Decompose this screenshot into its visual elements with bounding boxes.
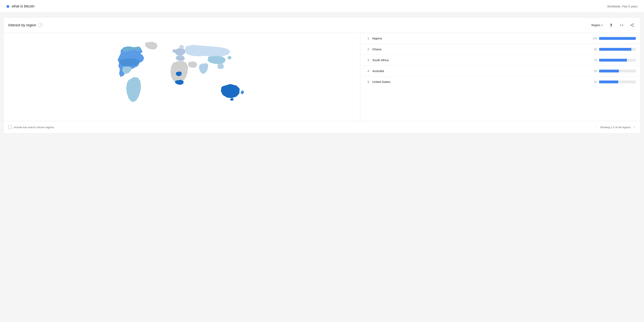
download-button[interactable] (608, 22, 615, 29)
interest-by-region-card: Interest by region ? Region ▾ (3, 17, 641, 134)
rank-3: 3 (365, 58, 369, 62)
pagination-text: Showing 1-5 of 49 regions (600, 126, 630, 129)
chevron-down-icon: ▾ (602, 24, 603, 26)
list-item: 2 Ghana 88 (360, 44, 640, 55)
world-map (111, 38, 252, 116)
search-term-container: what is bitcoin (6, 4, 34, 8)
bar-value-4: 54 (592, 70, 597, 73)
bar-fill-5 (599, 80, 618, 83)
low-volume-checkbox[interactable] (8, 126, 12, 129)
bar-container-1: 100 (592, 37, 636, 40)
russia (185, 45, 230, 56)
country-nigeria: Nigeria (372, 37, 588, 40)
bar-track-5 (599, 80, 636, 83)
bar-track-2 (599, 48, 636, 51)
southern-europe (176, 55, 185, 61)
region-dropdown[interactable]: Region ▾ (590, 22, 604, 28)
pagination: ‹ Showing 1-5 of 49 regions › (595, 124, 636, 130)
south-america (126, 77, 141, 102)
search-term: what is bitcoin (12, 4, 34, 8)
header-actions: Region ▾ (590, 22, 636, 29)
bar-track-4 (599, 70, 636, 72)
rank-4: 4 (365, 70, 369, 73)
middle-east (188, 62, 197, 68)
bar-container-4: 54 (592, 70, 636, 73)
top-bar: what is bitcoin Worldwide, Past 5 years (0, 0, 644, 13)
filter-info: Worldwide, Past 5 years (607, 5, 638, 8)
list-item: 4 Australia 54 (360, 66, 640, 76)
bar-track-1 (599, 37, 636, 40)
bar-container-5: 52 (592, 80, 636, 84)
list-item: 3 South Africa 76 (360, 55, 640, 66)
bar-container-3: 76 (592, 58, 636, 62)
country-ghana: Ghana (372, 48, 588, 51)
bar-track-3 (599, 59, 636, 62)
list-item: 1 Nigeria 100 (360, 33, 640, 44)
bar-value-2: 88 (592, 48, 597, 51)
bar-fill-4 (599, 70, 619, 72)
greenland (145, 42, 158, 50)
section-title-group: Interest by region ? (8, 23, 43, 27)
western-europe (175, 48, 186, 56)
list-item: 5 United States 52 (360, 76, 640, 87)
southeast-asia (217, 64, 224, 69)
region-label: Region (592, 24, 600, 27)
country-south-africa: South Africa (372, 58, 588, 62)
help-icon[interactable]: ? (38, 23, 43, 27)
bar-fill-1 (599, 37, 636, 40)
section-header: Interest by region ? Region ▾ (4, 18, 640, 33)
australia (221, 84, 240, 98)
blue-dot-indicator (6, 5, 9, 8)
bar-value-1: 100 (592, 37, 597, 40)
japan (228, 56, 232, 59)
prev-page-button[interactable]: ‹ (595, 124, 598, 130)
rankings-list: 1 Nigeria 100 2 Ghana 88 (360, 33, 640, 121)
embed-button[interactable] (618, 22, 625, 29)
tasmania (230, 98, 234, 100)
china (208, 56, 226, 64)
low-volume-checkbox-label[interactable]: Include low search volume regions (8, 126, 54, 129)
new-zealand (240, 90, 244, 94)
low-volume-label: Include low search volume regions (14, 126, 54, 129)
card-footer: Include low search volume regions ‹ Show… (4, 121, 640, 134)
bar-fill-2 (599, 48, 631, 51)
bar-value-3: 76 (592, 58, 597, 62)
country-united-states: United States (372, 80, 588, 84)
country-australia: Australia (372, 69, 588, 73)
divider (0, 13, 644, 14)
india (199, 63, 208, 74)
rank-2: 2 (365, 48, 369, 51)
bar-fill-3 (599, 59, 627, 62)
bar-value-5: 52 (592, 80, 597, 84)
map-container (4, 33, 360, 121)
map-and-list: 1 Nigeria 100 2 Ghana 88 (4, 33, 640, 121)
bar-container-2: 88 (592, 48, 636, 51)
rank-1: 1 (365, 37, 369, 40)
next-page-button[interactable]: › (633, 124, 636, 130)
share-button[interactable] (628, 22, 636, 29)
mexico (122, 66, 132, 74)
rank-5: 5 (365, 80, 369, 84)
section-title: Interest by region (8, 23, 36, 27)
